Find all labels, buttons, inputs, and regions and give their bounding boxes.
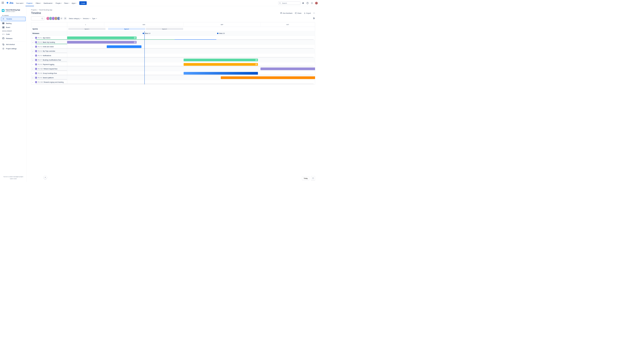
expand-icon[interactable]: › bbox=[33, 72, 34, 74]
search-input[interactable] bbox=[278, 1, 300, 5]
sprint-sprint-3[interactable]: Sprint 3 bbox=[146, 28, 183, 30]
assignee-filter[interactable]: +2 bbox=[46, 17, 67, 20]
add-epic-button[interactable] bbox=[44, 176, 47, 179]
epic-key[interactable]: FLY-4 bbox=[38, 50, 42, 52]
create-button[interactable]: Create bbox=[79, 1, 87, 5]
link-icon[interactable] bbox=[255, 64, 257, 66]
epic-key[interactable]: FLY-32 bbox=[38, 68, 43, 70]
today-button[interactable]: Today bbox=[302, 176, 309, 180]
project-settings[interactable]: Project settings bbox=[1, 47, 26, 51]
versions-filter[interactable]: Versions▾ bbox=[83, 18, 90, 19]
breadcrumb-projects[interactable]: Projects bbox=[31, 9, 37, 11]
epic-title[interactable]: Payment logging bbox=[43, 64, 54, 65]
epic-title[interactable]: Invite and share bbox=[43, 46, 54, 48]
expand-icon[interactable]: › bbox=[33, 37, 34, 38]
epic-title[interactable]: My Trips overview bbox=[43, 50, 55, 52]
nav-dashboards[interactable]: Dashboards▾ bbox=[43, 1, 54, 5]
epic-key[interactable]: FLY-8 bbox=[38, 72, 42, 74]
epic-key[interactable]: FLY-2 bbox=[38, 41, 42, 43]
epic-bar[interactable] bbox=[260, 68, 315, 70]
notifications-icon[interactable] bbox=[301, 1, 305, 5]
epic-bar[interactable] bbox=[183, 72, 258, 75]
more-actions-icon[interactable] bbox=[313, 12, 315, 14]
nav-people[interactable]: People▾ bbox=[55, 1, 62, 5]
breadcrumb-project[interactable]: Travel Booking App bbox=[39, 9, 52, 11]
nav-filters[interactable]: Filters▾ bbox=[35, 1, 42, 5]
expand-icon[interactable]: › bbox=[33, 42, 34, 43]
sprint-sprint-2[interactable]: Sprint 2 bbox=[108, 28, 145, 30]
epic-icon bbox=[35, 54, 37, 56]
expand-icon[interactable]: › bbox=[33, 50, 34, 52]
month-L: L bbox=[67, 22, 105, 27]
learn-more-link[interactable]: Learn more bbox=[2, 178, 25, 179]
expand-icon[interactable]: › bbox=[33, 55, 34, 56]
link-icon[interactable] bbox=[255, 59, 257, 61]
status-filter[interactable]: Status category▾ bbox=[69, 18, 81, 19]
global-search[interactable] bbox=[278, 1, 300, 5]
type-filter[interactable]: Type▾ bbox=[92, 18, 97, 19]
expand-icon[interactable]: › bbox=[33, 59, 34, 61]
nav-your-work[interactable]: Your work▾ bbox=[15, 1, 25, 5]
epic-bar[interactable] bbox=[67, 41, 137, 44]
epic-key[interactable]: FLY-5 bbox=[38, 54, 42, 56]
epic-bar[interactable] bbox=[107, 46, 141, 48]
epic-icon bbox=[35, 77, 37, 78]
epic-row-FLY-6: ›FLY-6Payment logging bbox=[31, 62, 315, 67]
give-feedback-button[interactable]: Give feedback bbox=[280, 12, 292, 14]
sidebar-item-releases[interactable]: Releases bbox=[1, 36, 26, 40]
sidebar-item-backlog[interactable]: Backlog bbox=[1, 21, 26, 25]
epic-key[interactable]: FLY-7 bbox=[38, 59, 42, 61]
epic-bar[interactable] bbox=[67, 36, 137, 39]
jira-logo[interactable]: Jira bbox=[6, 2, 13, 4]
link-icon[interactable] bbox=[134, 37, 136, 39]
sidebar-section-planning: PLANNING bbox=[1, 14, 26, 17]
project-header[interactable]: Travel Booking App Software project bbox=[1, 9, 26, 14]
help-icon[interactable] bbox=[306, 1, 309, 5]
expand-icon[interactable]: › bbox=[33, 46, 34, 48]
expand-icon[interactable]: › bbox=[33, 77, 34, 78]
sidebar-item-board[interactable]: Board bbox=[1, 26, 26, 30]
epic-title[interactable]: Group bookings flow bbox=[43, 72, 57, 74]
epic-bar[interactable] bbox=[221, 76, 315, 79]
epic-key[interactable]: FLY-9 bbox=[38, 77, 42, 78]
nav-plans[interactable]: Plans▾ bbox=[63, 1, 70, 5]
top-navigation: Jira Your work▾Projects▾Filters▾Dashboar… bbox=[0, 0, 320, 6]
nav-apps[interactable]: Apps▾ bbox=[71, 1, 77, 5]
expand-icon[interactable]: › bbox=[33, 64, 34, 65]
epic-key[interactable]: FLY-1 bbox=[38, 37, 42, 38]
view-settings-icon[interactable] bbox=[313, 17, 315, 20]
profile-avatar[interactable] bbox=[314, 1, 318, 5]
export-button[interactable]: Export bbox=[304, 12, 311, 14]
filter-search[interactable] bbox=[31, 16, 44, 20]
svg-line-21 bbox=[295, 13, 296, 14]
epic-title[interactable]: Rewards signup and tracking bbox=[44, 81, 64, 83]
epic-title[interactable]: Refund request flow bbox=[44, 68, 57, 70]
epic-title[interactable]: Search platform bbox=[43, 77, 54, 78]
epic-bar[interactable] bbox=[183, 63, 258, 66]
epic-key[interactable]: FLY-28 bbox=[38, 81, 43, 83]
sidebar-item-timeline[interactable]: Timeline bbox=[1, 17, 26, 21]
app-switcher-icon[interactable] bbox=[1, 1, 5, 5]
epic-bar[interactable] bbox=[183, 59, 258, 62]
settings-icon[interactable] bbox=[310, 1, 314, 5]
epic-key[interactable]: FLY-3 bbox=[38, 46, 42, 48]
epic-icon bbox=[35, 72, 37, 74]
epic-key[interactable]: FLY-6 bbox=[38, 64, 42, 65]
sidebar-item-code[interactable]: Code bbox=[1, 32, 26, 36]
epic-title[interactable]: Booking modifications flow bbox=[43, 59, 61, 61]
epic-title[interactable]: Notifications bbox=[43, 54, 51, 56]
expand-icon[interactable]: › bbox=[33, 68, 34, 70]
share-button[interactable]: Share bbox=[295, 12, 301, 14]
expand-icon[interactable]: › bbox=[33, 81, 34, 83]
link-icon[interactable] bbox=[134, 41, 136, 43]
fullscreen-button[interactable] bbox=[311, 176, 315, 180]
release-beta-1-0[interactable]: Beta 1.0 bbox=[143, 32, 150, 34]
month-AUG: AUG bbox=[104, 22, 183, 27]
epic-title[interactable]: App basics bbox=[43, 37, 50, 38]
epic-title[interactable]: Basic trip booking bbox=[43, 41, 55, 43]
nav-projects[interactable]: Projects▾ bbox=[26, 1, 34, 5]
release-beta-2-0[interactable]: Beta 2.0 bbox=[217, 32, 224, 34]
sprint-sprint-1[interactable]: Sprint 1 bbox=[68, 28, 106, 30]
add-shortcut[interactable]: Add shortcut bbox=[1, 42, 26, 46]
add-person-icon[interactable] bbox=[64, 17, 67, 20]
